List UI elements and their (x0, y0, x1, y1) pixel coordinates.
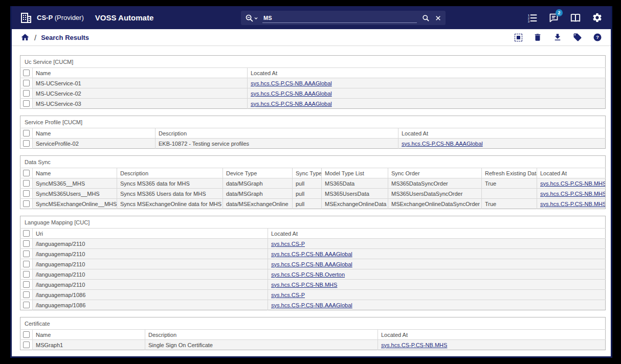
row-checkbox[interactable] (23, 281, 30, 288)
table-row: SyncMSExchangeOnline__MHSSyncs MSExchang… (20, 199, 606, 209)
column-header: Uri (33, 229, 268, 239)
row-checkbox[interactable] (23, 90, 30, 97)
located-at-link[interactable]: sys.hcs.CS-P.CS-NB.AAAGlobal (271, 251, 352, 257)
located-at-link[interactable]: sys.hcs.CS-P (271, 292, 305, 298)
delete-button[interactable] (533, 33, 542, 42)
tag-button[interactable] (573, 33, 582, 42)
org-label[interactable]: CS-P (Provider) (37, 14, 84, 21)
help-button[interactable]: ? (593, 33, 602, 42)
table-row: /languagemap/1086sys.hcs.CS-P.CS-NB.AAAG… (20, 300, 606, 310)
multi-select-button[interactable] (515, 34, 522, 41)
messages-button[interactable]: 2 (548, 12, 559, 23)
cell-text: pull (293, 178, 322, 189)
select-all-cell (20, 128, 33, 139)
located-at-link[interactable]: sys.hcs.CS-P.CS-NB.Overton (271, 271, 345, 278)
row-checkbox[interactable] (23, 261, 30, 267)
svg-text:?: ? (596, 34, 599, 40)
located-at-link[interactable]: sys.hcs.CS-P.CS-NB.MHS (540, 180, 606, 187)
select-all-checkbox[interactable] (23, 70, 30, 76)
cell-text: EKB-10872 - Testing service profiles (156, 139, 398, 149)
cell-text: MSExchangeOnlineData (322, 199, 388, 209)
row-checkbox[interactable] (23, 180, 30, 187)
global-search-input[interactable] (262, 13, 417, 23)
cell-text: MS365UsersDataSyncOrder (388, 189, 482, 199)
select-all-checkbox[interactable] (23, 230, 30, 237)
row-checkbox[interactable] (23, 251, 30, 257)
column-header: Name (33, 330, 145, 340)
row-checkbox[interactable] (23, 302, 30, 308)
cell-text: data/MSGraph (223, 178, 293, 189)
cell-text: MS-UCService-01 (33, 78, 248, 88)
column-header: Name (33, 168, 117, 178)
table-row: /languagemap/2110sys.hcs.CS-P.CS-NB.AAAG… (20, 249, 606, 259)
row-checkbox[interactable] (23, 291, 30, 298)
row-select-cell (20, 78, 33, 88)
located-at-link[interactable]: sys.hcs.CS-P.CS-NB.AAAGlobal (251, 80, 332, 86)
row-checkbox[interactable] (23, 190, 30, 197)
cell-text: SyncMSExchangeOnline__MHS (33, 199, 117, 209)
row-checkbox[interactable] (23, 271, 30, 278)
row-select-cell (20, 300, 33, 310)
located-at-link[interactable]: sys.hcs.CS-P (271, 241, 305, 247)
results-table: Data SyncNameDescriptionDevice TypeSync … (20, 155, 603, 209)
row-checkbox[interactable] (23, 80, 30, 86)
cell-text: MSGraph1 (33, 340, 145, 350)
located-at-link[interactable]: sys.hcs.CS-P.CS-NB.AAAGlobal (271, 302, 352, 308)
search-scope-icon (245, 14, 254, 22)
table-title: Certificate (20, 317, 606, 330)
cell-text: Syncs MSExchangeOnline data for MHS (117, 199, 223, 209)
search-scope-button[interactable] (245, 14, 258, 22)
select-all-cell (20, 229, 33, 239)
located-at-link[interactable]: sys.hcs.CS-P.CS-NB.MHS (540, 191, 606, 197)
settings-button[interactable] (592, 12, 603, 23)
row-checkbox[interactable] (23, 240, 30, 247)
located-at-link[interactable]: sys.hcs.CS-P.CS-NB.AAAGlobal (251, 101, 332, 107)
row-select-cell (20, 189, 33, 199)
located-at-link[interactable]: sys.hcs.CS-P.CS-NB.MHS (271, 282, 337, 288)
table-row: /languagemap/2110sys.hcs.CS-P.CS-NB.AAAG… (20, 259, 606, 269)
table-row: /languagemap/2110sys.hcs.CS-P (20, 239, 606, 249)
numbered-list-button[interactable]: 1 2 3 (527, 13, 538, 23)
app-title: VOSS Automate (95, 13, 153, 22)
row-checkbox[interactable] (23, 342, 30, 348)
row-checkbox[interactable] (23, 100, 30, 107)
row-select-cell (20, 249, 33, 259)
located-at-link[interactable]: sys.hcs.CS-P.CS-NB.MHS (381, 342, 447, 348)
search-submit-button[interactable] (422, 14, 430, 22)
column-header: Description (145, 330, 378, 340)
table-row: MSGraph1Single Sign On Certificatesys.hc… (20, 340, 606, 350)
row-checkbox[interactable] (23, 140, 30, 147)
cell-text: SyncMS365Users__MHS (33, 189, 117, 199)
located-at-link[interactable]: sys.hcs.CS-P.CS-NB.AAAGlobal (271, 261, 352, 267)
row-checkbox[interactable] (23, 200, 30, 207)
select-all-cell (20, 68, 33, 78)
guide-book-button[interactable] (570, 12, 581, 24)
cell-text: /languagemap/2110 (33, 249, 268, 259)
chevron-down-icon (254, 16, 258, 20)
results-table: Service Profile [CUCM]NameDescriptionLoc… (20, 116, 603, 149)
trash-icon (533, 33, 542, 42)
column-header: Located At (398, 128, 606, 139)
download-icon (553, 33, 562, 42)
cell-text: /languagemap/1086 (33, 290, 268, 300)
results-table: Language Mapping [CUC]UriLocated At/lang… (20, 216, 603, 310)
cell-text: SyncMS365__MHS (33, 178, 117, 189)
located-at-link[interactable]: sys.hcs.CS-P.CS-NB.AAAGlobal (251, 90, 332, 97)
select-all-checkbox[interactable] (23, 130, 30, 136)
column-header: Model Type List (322, 168, 388, 178)
org-name: CS-P (37, 14, 53, 21)
tag-icon (573, 33, 582, 42)
guide-book-icon (570, 12, 581, 24)
select-all-checkbox[interactable] (23, 331, 30, 338)
column-header: Name (33, 128, 156, 139)
column-header: Description (117, 168, 223, 178)
home-button[interactable] (20, 33, 30, 42)
search-icon (422, 14, 430, 22)
export-button[interactable] (553, 33, 562, 42)
multi-select-icon (515, 34, 522, 41)
located-at-link[interactable]: sys.hcs.CS-P.CS-NB.AAAGlobal (402, 141, 483, 147)
cell-text: MS365Data (322, 178, 388, 189)
select-all-checkbox[interactable] (23, 170, 30, 176)
clear-search-button[interactable] (435, 15, 441, 21)
located-at-link[interactable]: sys.hcs.CS-P.CS-NB.MHS (540, 201, 606, 207)
